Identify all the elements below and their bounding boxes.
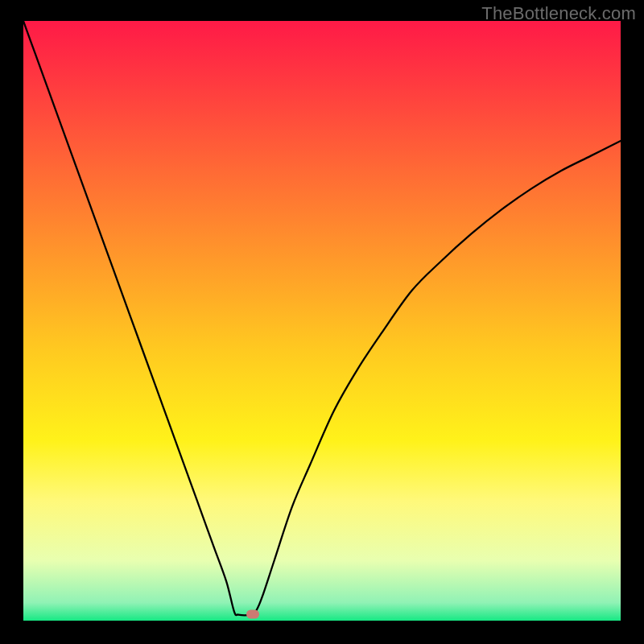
plot-area (23, 21, 621, 621)
chart-frame: TheBottleneck.com (0, 0, 644, 644)
gradient-background (23, 21, 621, 621)
watermark-text: TheBottleneck.com (481, 3, 636, 24)
optimum-marker (246, 609, 259, 618)
plot-svg (23, 21, 621, 621)
